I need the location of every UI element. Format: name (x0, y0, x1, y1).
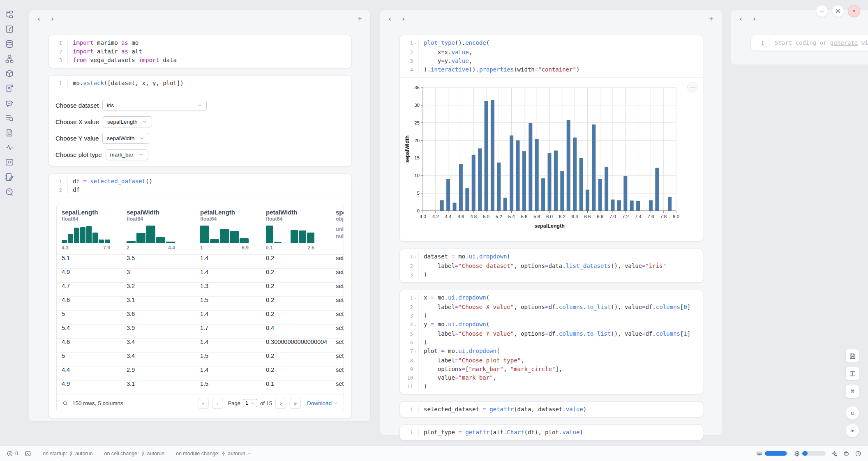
code-editor[interactable]: 1selected_dataset = getattr(data, datase… (400, 402, 703, 417)
code-editor[interactable]: 1import marimo as mo2import altair as al… (49, 35, 351, 68)
table-row[interactable]: 4.42.91.40.2setosa (57, 366, 344, 380)
table-row[interactable]: 4.63.41.40.30000000000000004setosa (57, 339, 344, 353)
settings-button[interactable] (832, 5, 844, 17)
first-page-button[interactable]: « (198, 398, 209, 409)
cpu-usage-gauge[interactable] (794, 450, 826, 457)
hist-bar (240, 238, 249, 243)
dropdown-select[interactable]: mark_bar (106, 149, 148, 160)
code-editor[interactable]: 1▾dataset = mo.ui.dropdown(2 label="Choo… (400, 249, 703, 282)
column-prev-button[interactable]: ‹ (36, 16, 42, 23)
save-button[interactable] (845, 349, 859, 363)
terminal-button[interactable] (25, 450, 31, 457)
cell-dataset-dropdown: 1▾dataset = mo.ui.dropdown(2 label="Choo… (399, 249, 703, 283)
bar (446, 179, 450, 211)
dropdown-select[interactable]: sepalWidth (102, 133, 149, 144)
table-row[interactable]: 4.63.11.50.2setosa (57, 297, 344, 311)
column-next-button[interactable]: › (400, 16, 406, 23)
table-cell: 3.2 (122, 283, 195, 297)
line-number: 2 (402, 303, 413, 311)
column-histogram[interactable] (266, 226, 314, 243)
column-header[interactable]: petalWidthfloat640.12.5 (261, 204, 331, 255)
code-editor[interactable]: 1df = selected_dataset()2df (49, 174, 351, 198)
download-button[interactable]: Download (307, 400, 338, 406)
table-row[interactable]: 4.93.11.50.1setosa (57, 380, 344, 394)
column-header[interactable]: speciesobjectunique:nulls: (331, 204, 344, 255)
next-page-button[interactable]: › (275, 398, 286, 409)
error-count-button[interactable]: 0 (7, 450, 18, 457)
table-row[interactable]: 53.41.50.2setosa (57, 353, 344, 366)
search-icon[interactable] (62, 400, 68, 406)
code-token: marimo (94, 39, 121, 46)
fold-chevron-icon[interactable]: ▾ (413, 347, 418, 356)
code-editor[interactable]: 1mo.vstack([dataset, x, y, plot]) (49, 76, 351, 91)
hist-bar (86, 226, 92, 243)
dropdown-select[interactable]: sepalLength (103, 116, 152, 127)
sidebar-chat-button[interactable] (5, 99, 14, 108)
shutdown-button[interactable] (848, 5, 860, 17)
code-line: y = mo.ui.dropdown( (418, 320, 697, 330)
table-row[interactable]: 5.13.51.40.2setosa (57, 255, 344, 269)
code-editor[interactable]: 1▾x = mo.ui.dropdown(2 label="Choose X v… (400, 290, 703, 394)
sidebar-scratchpad-button[interactable] (5, 173, 14, 182)
layout-toggle-button[interactable] (845, 366, 859, 380)
run-all-button[interactable] (845, 424, 859, 438)
memory-usage-gauge[interactable] (756, 450, 788, 457)
table-row[interactable]: 4.931.40.2setosa (57, 269, 344, 283)
column-next-button[interactable]: › (751, 16, 757, 23)
runtime-config-item[interactable]: on module change:autorun (176, 451, 252, 456)
chart-actions-button[interactable]: ⋯ (687, 82, 698, 92)
sidebar-dependencies-button[interactable] (5, 54, 14, 63)
sidebar-file-explorer-button[interactable] (5, 10, 14, 19)
sidebar-packages-button[interactable] (5, 69, 14, 78)
sidebar-tracing-button[interactable] (5, 143, 14, 152)
fold-chevron-icon[interactable]: ▾ (413, 293, 418, 303)
command-palette-button[interactable]: ⌘ (845, 384, 859, 398)
column-histogram[interactable] (127, 226, 175, 243)
notebook-menu-button[interactable] (816, 5, 828, 17)
sparkle-button[interactable] (831, 450, 838, 457)
code-token: encode (465, 39, 486, 46)
sidebar-documentation-button[interactable] (5, 128, 14, 137)
column-header[interactable]: petalLengthfloat6416.9 (195, 204, 261, 255)
code-editor[interactable]: 1Start coding or generate with AI (751, 35, 868, 51)
add-cell-button[interactable]: + (355, 14, 365, 23)
column-histogram[interactable] (62, 226, 110, 243)
table-row[interactable]: 4.73.21.30.2setosa (57, 283, 344, 297)
fold-chevron-icon[interactable]: ▾ (413, 39, 418, 48)
fold-chevron-icon[interactable]: ▾ (413, 252, 418, 262)
table-row[interactable]: 53.61.40.2setosa (57, 311, 344, 325)
sidebar-variables-button[interactable]: f (5, 25, 14, 34)
column-prev-button[interactable]: ‹ (738, 16, 744, 23)
x-tick-label: 6.6 (584, 214, 591, 219)
sidebar-outline-button[interactable] (5, 113, 14, 122)
dropdown-select[interactable]: iris (102, 100, 207, 111)
app-view-button[interactable] (845, 406, 859, 420)
code-token: dataset (424, 253, 451, 260)
bot-button[interactable] (843, 450, 850, 457)
bar (554, 150, 558, 211)
sidebar-help-button[interactable]: ? (5, 187, 14, 196)
column-histogram[interactable] (200, 226, 249, 243)
runtime-config-item[interactable]: on cell change:autorun (104, 451, 164, 456)
column-next-button[interactable]: › (49, 16, 55, 23)
y-tick-label: 35 (414, 85, 420, 90)
add-cell-button[interactable]: + (706, 14, 716, 23)
y-tick-label: 25 (414, 120, 420, 125)
altair-bar-chart[interactable]: 051015202530354.04.24.44.64.85.05.25.45.… (400, 78, 703, 241)
sidebar-logs-button[interactable] (5, 84, 14, 93)
column-header[interactable]: sepalWidthfloat6424.4 (122, 204, 195, 255)
sidebar-snippets-button[interactable] (5, 158, 14, 167)
code-editor[interactable]: 1▾plot_type().encode(2 x=x.value,3 y=y.v… (400, 35, 703, 77)
sidebar-datasources-button[interactable] (5, 39, 14, 48)
runtime-config-item[interactable]: on startup:autorun (43, 451, 92, 456)
column-header[interactable]: sepalLengthfloat644.37.9 (57, 204, 122, 255)
last-page-button[interactable]: » (290, 398, 301, 409)
page-select[interactable]: 1 (243, 399, 257, 407)
prev-page-button[interactable]: ‹ (212, 398, 223, 409)
fold-chevron-icon[interactable]: ▾ (413, 320, 418, 330)
column-prev-button[interactable]: ‹ (387, 16, 393, 23)
code-editor[interactable]: 1plot_type = getattr(alt.Chart(df), plot… (400, 425, 703, 440)
bar (535, 139, 539, 211)
clock-button[interactable] (855, 450, 861, 457)
table-row[interactable]: 5.43.91.70.4setosa (57, 325, 344, 339)
